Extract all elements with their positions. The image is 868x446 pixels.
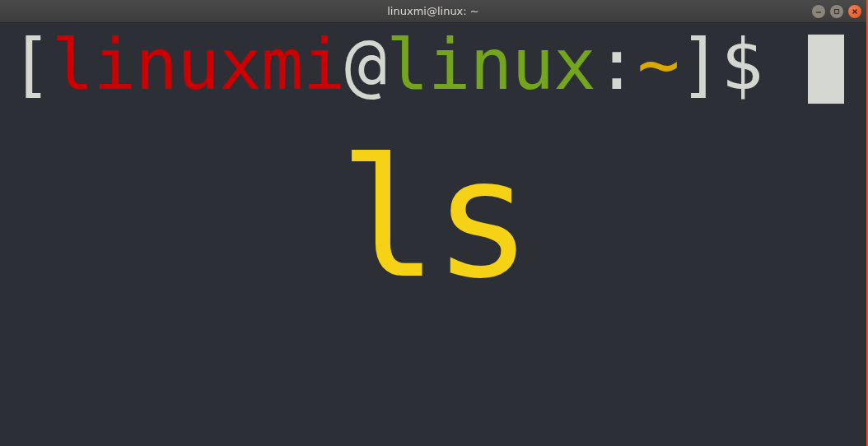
close-icon (852, 8, 858, 15)
maximize-button[interactable] (830, 5, 843, 18)
prompt-symbol: $ (721, 23, 763, 105)
terminal-window: linuxmi@linux: ~ [linuxmi@linux:~]$ (0, 0, 868, 446)
prompt-close-bracket: ] (679, 23, 721, 105)
prompt-host: linux (386, 23, 595, 105)
window-title: linuxmi@linux: ~ (0, 5, 866, 17)
prompt-user: linuxmi (52, 23, 344, 105)
prompt-open-bracket: [ (10, 23, 52, 105)
prompt-colon: : (595, 23, 637, 105)
command-overlay: ls (0, 137, 866, 301)
terminal-body[interactable]: [linuxmi@linux:~]$ ls (0, 23, 866, 446)
close-button[interactable] (848, 5, 861, 18)
terminal-cursor (808, 35, 844, 104)
prompt-line: [linuxmi@linux:~]$ (10, 27, 856, 105)
svg-rect-1 (835, 9, 839, 13)
maximize-icon (833, 8, 840, 15)
minimize-button[interactable] (812, 5, 825, 18)
prompt-path: ~ (637, 23, 679, 105)
window-controls (812, 5, 861, 18)
minimize-icon (815, 8, 822, 15)
prompt-at: @ (344, 23, 386, 105)
titlebar[interactable]: linuxmi@linux: ~ (0, 0, 866, 23)
